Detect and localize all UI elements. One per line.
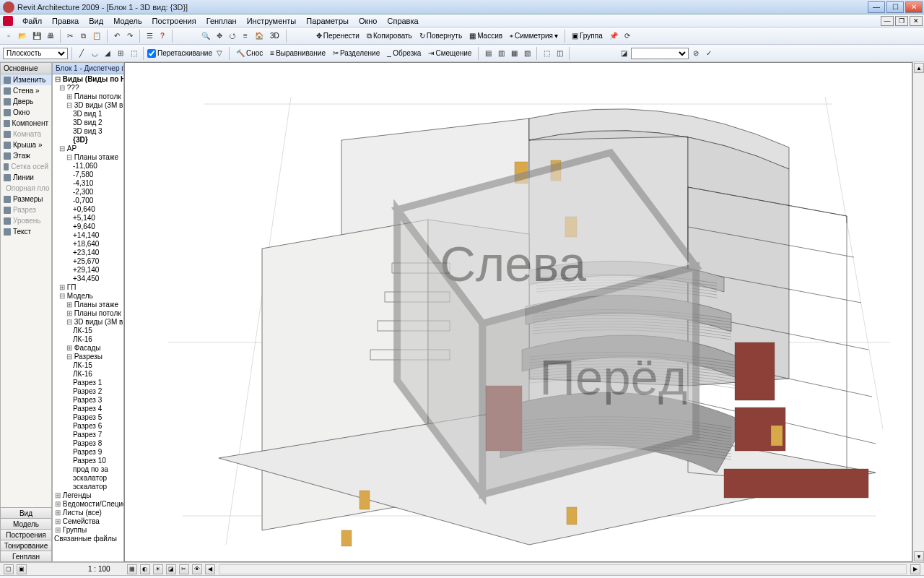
tree-item[interactable]: ⊞ Группы bbox=[53, 526, 123, 535]
isolate-icon[interactable]: ▥ bbox=[495, 47, 507, 60]
design-tab[interactable]: Тонирование bbox=[0, 540, 52, 551]
mirror-tool[interactable]: ⧞ Симметрия ▾ bbox=[507, 32, 561, 40]
dim-icon[interactable]: ⊞ bbox=[115, 47, 126, 60]
design-item[interactable]: Стена » bbox=[1, 85, 51, 96]
tree-item[interactable]: +14,140 bbox=[53, 231, 123, 240]
shadows-icon[interactable]: ◪ bbox=[166, 564, 176, 574]
design-item[interactable]: Дверь bbox=[1, 96, 51, 107]
crop-view-icon[interactable]: ✂ bbox=[179, 564, 189, 574]
tree-item[interactable]: Разрез 9 bbox=[53, 448, 123, 457]
scroll-up-icon[interactable]: ▲ bbox=[914, 63, 924, 73]
accept-icon[interactable]: ✓ bbox=[703, 47, 715, 60]
tree-item[interactable]: ⊟ 3D виды (3М в bbox=[53, 318, 123, 327]
design-option-icon[interactable]: ◪ bbox=[618, 47, 629, 60]
group-tool[interactable]: ▣ Группа bbox=[569, 32, 606, 40]
hide-icon[interactable]: ▤ bbox=[482, 47, 494, 60]
trim-tool[interactable]: ⎯ Обрезка bbox=[384, 49, 424, 57]
design-item[interactable]: Крыша » bbox=[1, 139, 51, 150]
tree-item[interactable]: эскалатор bbox=[53, 474, 123, 483]
menu-tools[interactable]: Инструменты bbox=[242, 15, 302, 27]
paste-icon[interactable]: 📋 bbox=[90, 30, 103, 43]
design-option-combo[interactable] bbox=[631, 48, 689, 59]
tree-item[interactable]: Разрез 2 bbox=[53, 387, 123, 396]
tree-item[interactable]: Связанные файлы bbox=[53, 535, 123, 543]
tree-item[interactable]: Разрез 4 bbox=[53, 405, 123, 413]
design-item[interactable]: Линии bbox=[1, 172, 51, 183]
tree-item[interactable]: ⊞ Планы потолк bbox=[53, 92, 123, 101]
save-icon[interactable]: 💾 bbox=[30, 30, 43, 43]
tree-item[interactable]: Разрез 1 bbox=[53, 379, 123, 387]
scroll-down-icon[interactable]: ▼ bbox=[914, 551, 924, 561]
override-icon[interactable]: ▦ bbox=[508, 47, 520, 60]
menu-construct[interactable]: Построения bbox=[147, 15, 201, 27]
filter-icon[interactable]: ▽ bbox=[214, 47, 225, 60]
detail-level-icon[interactable]: ▦ bbox=[127, 564, 137, 574]
print-icon[interactable]: 🖶 bbox=[45, 30, 56, 43]
maximize-button[interactable]: ☐ bbox=[886, 1, 904, 13]
rotate-tool[interactable]: ↻ Повернуть bbox=[417, 32, 465, 40]
tree-item[interactable]: ЛК-16 bbox=[53, 370, 123, 379]
tree-item[interactable]: ⊞ Легенды bbox=[53, 491, 123, 500]
tree-item[interactable]: ⊟ Виды (Виды по Наз bbox=[53, 75, 123, 84]
thinlines-icon[interactable]: ≡ bbox=[240, 30, 251, 43]
tree-item[interactable]: ⊟ Модель bbox=[53, 292, 123, 301]
drag-checkbox[interactable] bbox=[147, 49, 156, 58]
tree-item[interactable]: -7,580 bbox=[53, 171, 123, 179]
mdi-close-button[interactable]: ✕ bbox=[910, 16, 923, 26]
split-tool[interactable]: ✂ Разделение bbox=[330, 49, 383, 57]
exclude-icon[interactable]: ⊘ bbox=[690, 47, 702, 60]
new-icon[interactable]: ▫ bbox=[3, 30, 14, 43]
tree-item[interactable]: ⊞ Планы потолк bbox=[53, 309, 123, 318]
tree-item[interactable]: 3D вид 3 bbox=[53, 127, 123, 136]
house-icon[interactable]: 🏠 bbox=[253, 30, 266, 43]
arc-icon[interactable]: ◡ bbox=[89, 47, 100, 60]
copy-icon[interactable]: ⧉ bbox=[77, 30, 89, 43]
tree-item[interactable]: эскалатор bbox=[53, 483, 123, 491]
tree-item[interactable]: Разрез 6 bbox=[53, 422, 123, 431]
close-button[interactable]: ✕ bbox=[905, 1, 923, 13]
mdi-minimize-button[interactable]: — bbox=[881, 16, 894, 26]
design-item[interactable]: Компонент bbox=[1, 118, 51, 129]
linework-icon[interactable]: ▧ bbox=[521, 47, 533, 60]
tree-item[interactable]: ЛК-15 bbox=[53, 361, 123, 370]
tree-item[interactable]: ⊟ Разрезы bbox=[53, 353, 123, 361]
region-icon[interactable]: ⬚ bbox=[541, 47, 552, 60]
tree-item[interactable]: прод по за bbox=[53, 465, 123, 474]
design-tab[interactable]: Построения bbox=[0, 529, 52, 540]
scroll-right-icon[interactable]: ▶ bbox=[910, 564, 920, 574]
tree-item[interactable]: -11,060 bbox=[53, 162, 123, 171]
tree-item[interactable]: Разрез 10 bbox=[53, 457, 123, 465]
crop-region-icon[interactable]: ▣ bbox=[17, 564, 27, 574]
tree-item[interactable]: Разрез 5 bbox=[53, 413, 123, 422]
tree-item[interactable]: ⊞ Листы (все) bbox=[53, 509, 123, 517]
tree-item[interactable]: -4,310 bbox=[53, 179, 123, 188]
tree-item[interactable]: +23,140 bbox=[53, 249, 123, 257]
design-tab[interactable]: Модель bbox=[0, 518, 52, 530]
design-item[interactable]: Этаж bbox=[1, 150, 51, 161]
horizontal-scrollbar[interactable] bbox=[219, 564, 907, 574]
minimize-button[interactable]: — bbox=[868, 1, 885, 13]
view-cube[interactable]: Слева Перёд bbox=[124, 67, 897, 562]
tree-item[interactable]: ⊞ ГП bbox=[53, 283, 123, 292]
lock-icon[interactable]: ⟳ bbox=[622, 30, 633, 43]
design-item[interactable]: Окно bbox=[1, 107, 51, 118]
view-3d-label[interactable]: 3D bbox=[267, 32, 282, 40]
undo-icon[interactable]: ↶ bbox=[111, 30, 123, 43]
move-tool[interactable]: ✥ Перенести bbox=[313, 32, 362, 40]
line-icon[interactable]: ╱ bbox=[76, 47, 87, 60]
tree-item[interactable]: ЛК-15 bbox=[53, 327, 123, 335]
design-tab[interactable]: Вид bbox=[0, 507, 52, 519]
hide-isolate-icon[interactable]: 👁 bbox=[192, 564, 202, 574]
copy-tool[interactable]: ⧉ Копировать bbox=[364, 32, 415, 40]
workplane-combo[interactable]: Плоскость bbox=[3, 48, 68, 59]
menu-edit[interactable]: Правка bbox=[47, 15, 84, 27]
tree-item[interactable]: +0,640 bbox=[53, 205, 123, 214]
tree-item[interactable]: ⊞ Ведомости/Специф bbox=[53, 500, 123, 509]
tree-item[interactable]: {3D} bbox=[53, 136, 123, 144]
design-item[interactable]: Текст bbox=[1, 226, 51, 237]
tree-item[interactable]: +9,640 bbox=[53, 223, 123, 231]
project-browser-tree[interactable]: ⊟ Виды (Виды по Наз⊟ ???⊞ Планы потолк⊟ … bbox=[53, 74, 123, 561]
tree-item[interactable]: +18,640 bbox=[53, 240, 123, 249]
model-canvas[interactable]: Слева Перёд bbox=[124, 62, 912, 562]
tree-item[interactable]: 3D вид 2 bbox=[53, 118, 123, 127]
